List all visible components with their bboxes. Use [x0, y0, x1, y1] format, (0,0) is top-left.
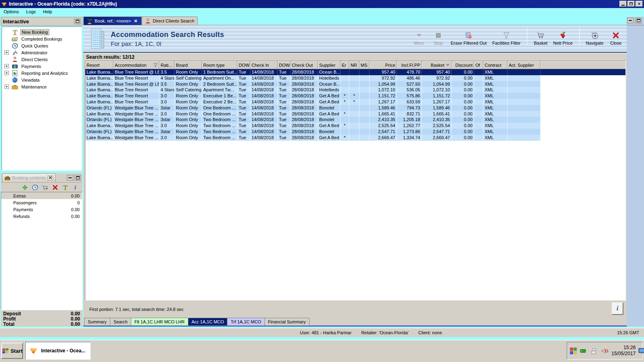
result-row-7[interactable]: Orlando (FL)Westgate Blue Tree ...3starR… [85, 105, 625, 111]
delete-icon[interactable] [52, 184, 58, 191]
sidebar-item-payments[interactable]: +$Payments [2, 63, 81, 70]
cell-check-out: 28/08/2018 [291, 135, 318, 141]
result-row-11[interactable]: Orlando (FL)Westgate Blue Tree ...3starR… [85, 129, 625, 135]
result-row-4[interactable]: Lake Buena...Blue Tree Resort4 StarsSelf… [85, 87, 625, 93]
column-header-room-type[interactable]: Room type [202, 61, 237, 69]
booking-item-extras[interactable]: Extras0.00 [1, 192, 82, 199]
sidebar-item-reporting-and-analytics[interactable]: +Reporting and Analytics [2, 70, 81, 76]
tabstrip-maximize-button[interactable] [635, 18, 642, 23]
result-row-12[interactable]: Lake Buena...Westgate Blue Tree ...3.0Ro… [85, 135, 625, 141]
bottom-tab-financial-summary[interactable]: Financial Summary [265, 318, 310, 326]
column-header-er[interactable]: Er [341, 61, 349, 69]
column-header-accommodation[interactable]: Accommodation [114, 61, 159, 69]
booking-item-passengers[interactable]: Passengers0 [1, 199, 82, 206]
result-row-1[interactable]: Lake Buena...Blue Tree Resort @ LBV3.5Ro… [85, 69, 625, 75]
nett-price-button[interactable]: Nett Price [553, 31, 572, 45]
column-label: Discount [455, 63, 473, 68]
column-header-dow[interactable]: DOW [278, 61, 291, 69]
column-header-check-in[interactable]: Check In [250, 61, 278, 69]
column-header-resort[interactable]: Resort [85, 61, 114, 69]
column-header-ms[interactable]: MS [359, 61, 369, 69]
sidebar-item-completed-bookings[interactable]: Completed Bookings [2, 35, 81, 42]
close-window-button[interactable]: × [636, 1, 643, 7]
result-row-8[interactable]: Lake Buena...Westgate Blue Tree ...3.0Ro… [85, 111, 625, 117]
column-header-contract[interactable]: Contract [483, 61, 508, 69]
cell-check-out: 28/08/2018 [291, 129, 318, 135]
desktop-tray-icon[interactable] [638, 347, 644, 355]
facilities-filter-button[interactable]: Facilities Filter [492, 31, 520, 45]
bottom-tab-flt-1a-1c-lhr-mco-lhr[interactable]: Flt 1A,1C LHR MCO LHR [131, 318, 188, 326]
basket-button[interactable]: Basket [534, 31, 547, 45]
column-header-basket[interactable]: Basket [422, 61, 452, 69]
start-button[interactable]: Start [1, 343, 23, 359]
antivirus-tray-icon[interactable] [570, 347, 577, 355]
minimize-button[interactable] [619, 1, 627, 7]
menu-options[interactable]: Options [0, 8, 23, 15]
column-header-nr[interactable]: NR [349, 61, 359, 69]
booking-contents-tab[interactable]: Booking contents ✕ [2, 173, 56, 182]
column-header-discount[interactable]: Discount [452, 61, 474, 69]
quick-quote-icon[interactable] [32, 184, 38, 191]
bottom-tab-summary[interactable]: Summary [84, 318, 110, 326]
expand-icon[interactable]: + [4, 71, 9, 75]
menu-help[interactable]: Help [39, 8, 56, 15]
panel-minimize-button[interactable] [67, 175, 73, 181]
taskbar-item-interactive[interactable]: Interactive - Ocea... [25, 342, 91, 360]
restore-button[interactable] [627, 1, 635, 7]
column-header-check-out[interactable]: Check Out [291, 61, 318, 69]
sidebar-item-direct-clients[interactable]: Direct Clients [2, 56, 81, 63]
result-row-6[interactable]: Lake Buena...Blue Tree Resort3.0Room Onl… [85, 99, 625, 105]
bottom-tab-trf-1a-1c-mco[interactable]: Trf 1A,1C MCO [227, 318, 264, 326]
erase-filtered-out-button[interactable]: Erase Filtered Out [451, 31, 487, 45]
add-to-basket-icon[interactable] [42, 184, 48, 191]
panel-maximize-button[interactable] [74, 175, 81, 181]
tab-book-ref-none[interactable]: Book. ref.: <none>✕ [83, 16, 142, 25]
tabstrip-minimize-button[interactable] [627, 18, 634, 23]
column-header-supplier[interactable]: Supplier [318, 61, 341, 69]
palm-tree-icon[interactable] [62, 184, 68, 191]
volume-muted-icon[interactable] [601, 347, 609, 355]
cell-of [474, 135, 483, 141]
navigate-button[interactable]: Navigate [586, 31, 603, 45]
info-button[interactable]: i [612, 302, 623, 315]
result-row-9[interactable]: Orlando (FL)Westgate Blue Tree ...3starR… [85, 117, 625, 123]
cell-supplier: Hotelbeds [318, 87, 341, 93]
cell-check-in: 14/08/2018 [250, 111, 278, 117]
expand-icon[interactable]: + [4, 84, 9, 89]
column-header-dow[interactable]: DOW [237, 61, 250, 69]
column-header-of[interactable]: Of [474, 61, 483, 69]
info-icon[interactable]: i [72, 184, 78, 191]
column-header-price[interactable]: Price [369, 61, 397, 69]
tab-direct-clients-search[interactable]: Direct Clients Search [142, 16, 198, 25]
sidebar-item-viewdata[interactable]: Viewdata [2, 76, 81, 83]
sidebar-item-quick-quotes[interactable]: Quick Quotes [2, 42, 81, 49]
column-header-act-supplier[interactable]: Act. Supplier [508, 61, 541, 69]
cell-discount: 0.00 [452, 135, 474, 141]
sidebar-item-maintenance[interactable]: +Maintenance [2, 83, 81, 90]
usb-tray-icon[interactable] [590, 347, 598, 355]
add-icon[interactable] [22, 184, 28, 191]
booking-item-payments[interactable]: Payments0.00 [1, 206, 82, 213]
booking-item-refunds[interactable]: Refunds0.00 [1, 213, 82, 220]
expand-icon[interactable]: + [4, 50, 9, 55]
result-row-2[interactable]: Lake Buena...Blue Tree Resort4 StarsSelf… [85, 75, 625, 81]
sidebar-item-new-booking[interactable]: New Booking [2, 29, 81, 35]
network-tray-icon[interactable] [580, 347, 588, 355]
result-row-10[interactable]: Lake Buena...Westgate Blue Tree ...3.0Ro… [85, 123, 625, 129]
column-header-incl-fl-pp[interactable]: Incl.Fl.PP [397, 61, 422, 69]
booking-contents-close-icon[interactable]: ✕ [47, 175, 53, 181]
tab-close-icon[interactable]: ✕ [133, 19, 138, 23]
expand-icon[interactable]: + [4, 64, 9, 68]
result-row-3[interactable]: Lake Buena...Blue Tree Resort @ LBV3.5Ro… [85, 81, 625, 87]
cell-contract: XML [483, 117, 508, 123]
cell-er: * [341, 135, 349, 141]
bottom-tab-acc-1a-1c-mco[interactable]: Acc 1A,1C MCO [188, 318, 228, 326]
menu-logs[interactable]: Logs [23, 8, 39, 15]
sidebar-collapse-button[interactable] [74, 19, 80, 24]
column-header-rati[interactable]: Rati... [159, 61, 175, 69]
bottom-tab-search[interactable]: Search [110, 318, 131, 326]
sidebar-item-administrator[interactable]: +Administrator [2, 49, 81, 56]
close-button[interactable]: Close [609, 31, 623, 45]
result-row-5[interactable]: Lake Buena...Blue Tree Resort3.0Room Onl… [85, 93, 625, 99]
column-header-board[interactable]: Board [175, 61, 202, 69]
